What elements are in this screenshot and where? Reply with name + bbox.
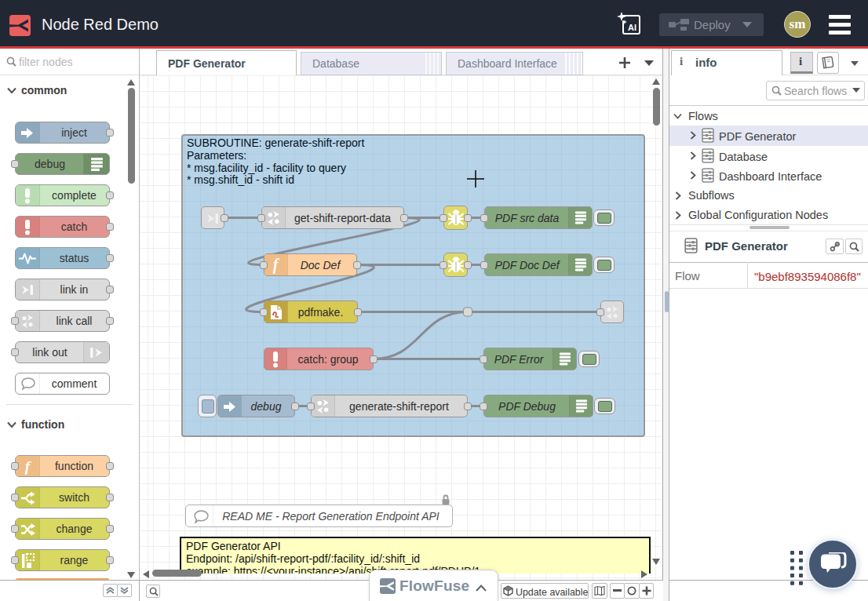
svg-text:f: f xyxy=(25,458,31,475)
svg-text:AI: AI xyxy=(628,23,636,32)
svg-text:f: f xyxy=(273,256,280,274)
